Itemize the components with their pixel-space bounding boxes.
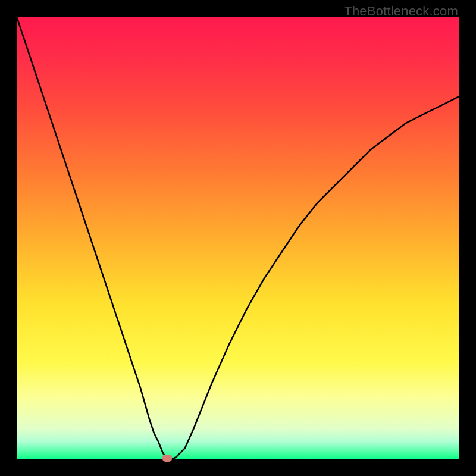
gradient-background [17, 17, 459, 459]
minimum-marker [162, 455, 172, 462]
watermark-text: TheBottleneck.com [344, 4, 458, 19]
chart-container: { "watermark": "TheBottleneck.com", "cha… [0, 0, 476, 476]
